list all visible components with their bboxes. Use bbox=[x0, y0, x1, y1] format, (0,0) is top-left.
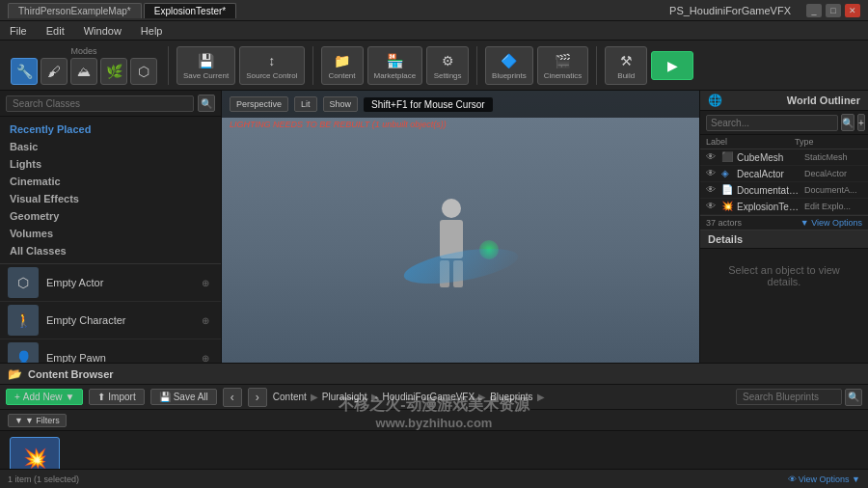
empty-pawn-label: Empty Pawn bbox=[46, 352, 190, 363]
main-layout: 🔍 Recently Placed Basic Lights Cinematic… bbox=[0, 91, 868, 363]
category-recently-placed[interactable]: Recently Placed bbox=[0, 121, 221, 138]
import-label: Import bbox=[108, 392, 135, 402]
outliner-explosion-name: ExplosionTester bbox=[737, 202, 800, 212]
save-current-button[interactable]: 💾 Save Current bbox=[176, 46, 235, 85]
viewport[interactable]: Perspective Lit Show Shift+F1 for Mouse … bbox=[222, 91, 699, 363]
save-all-label: Save All bbox=[174, 392, 208, 402]
outliner-item-documentation[interactable]: 👁 📄 DocumentationA DocumentA... bbox=[700, 182, 868, 199]
category-volumes[interactable]: Volumes bbox=[0, 225, 221, 242]
place-mode-icon[interactable]: 🔧 bbox=[11, 58, 38, 85]
minimize-button[interactable]: _ bbox=[806, 4, 822, 17]
place-item-empty-character[interactable]: 🚶 Empty Character ⊕ bbox=[0, 302, 221, 339]
eye-icon-decal[interactable]: 👁 bbox=[706, 168, 718, 179]
category-lights[interactable]: Lights bbox=[0, 155, 221, 173]
outliner-col-label: Label bbox=[706, 137, 795, 147]
content-search: 🔍 bbox=[736, 389, 862, 406]
nav-back-button[interactable]: ‹ bbox=[223, 388, 242, 407]
cinematics-icon: 🎬 bbox=[552, 51, 573, 70]
close-button[interactable]: ✕ bbox=[845, 4, 860, 17]
marketplace-button[interactable]: 🏪 Marketplace bbox=[367, 46, 423, 85]
build-button[interactable]: ⚒ Build bbox=[605, 46, 647, 85]
search-classes-input[interactable] bbox=[6, 95, 194, 112]
path-sep-3: ▶ bbox=[478, 392, 486, 402]
build-icon: ⚒ bbox=[615, 51, 637, 70]
outliner-search-icon[interactable]: 🔍 bbox=[841, 114, 854, 131]
path-content[interactable]: Content bbox=[273, 392, 307, 402]
filters-button[interactable]: ▼ ▼ Filters bbox=[8, 414, 67, 427]
path-houdini[interactable]: HoudiniForGameVFX bbox=[383, 392, 475, 402]
outliner-cubemesh-type: StaticMesh bbox=[804, 152, 862, 162]
menu-file[interactable]: File bbox=[6, 25, 31, 37]
eye-icon-explosion[interactable]: 👁 bbox=[706, 201, 718, 212]
perspective-button[interactable]: Perspective bbox=[230, 96, 288, 112]
outliner-item-explosion[interactable]: 👁 💥 ExplosionTester Edit Explo... bbox=[700, 199, 868, 215]
empty-actor-icon: ⬡ bbox=[8, 267, 39, 298]
search-blueprints-icon[interactable]: 🔍 bbox=[845, 389, 862, 406]
main-toolbar: Modes 🔧 🖌 ⛰ 🌿 ⬡ 💾 Save Current ↕ Source … bbox=[0, 41, 868, 91]
category-visual-effects[interactable]: Visual Effects bbox=[0, 190, 221, 207]
path-blueprints[interactable]: Blueprints bbox=[490, 392, 532, 402]
place-item-empty-pawn[interactable]: 👤 Empty Pawn ⊕ bbox=[0, 339, 221, 363]
category-geometry[interactable]: Geometry bbox=[0, 207, 221, 225]
outliner-search-input[interactable] bbox=[706, 115, 838, 131]
category-all-classes[interactable]: All Classes bbox=[0, 242, 221, 259]
add-new-icon: + bbox=[14, 392, 20, 402]
content-item-explosion-tester[interactable]: 💥 Explosion Tester bbox=[6, 437, 64, 469]
category-basic[interactable]: Basic bbox=[0, 138, 221, 155]
eye-icon-cubemesh[interactable]: 👁 bbox=[706, 151, 718, 163]
path-pluralsight[interactable]: Pluralsight bbox=[322, 392, 367, 402]
import-button[interactable]: ⬆ Import bbox=[89, 389, 144, 405]
outliner-decal-type: DecalActor bbox=[804, 169, 862, 178]
geometry-mode-icon[interactable]: ⬡ bbox=[130, 58, 157, 85]
modes-section: Modes 🔧 🖌 ⛰ 🌿 ⬡ bbox=[11, 46, 157, 85]
tab-third-person[interactable]: ThirdPersonExampleMap* bbox=[8, 3, 142, 18]
content-button[interactable]: 📁 Content bbox=[321, 46, 364, 85]
lit-button[interactable]: Lit bbox=[294, 96, 317, 112]
search-classes-icon[interactable]: 🔍 bbox=[198, 95, 215, 112]
nav-forward-button[interactable]: › bbox=[248, 388, 267, 407]
title-bar-tabs: ThirdPersonExampleMap* ExplosionTester* bbox=[8, 3, 236, 18]
actor-icon-cubemesh: ⬛ bbox=[721, 151, 733, 163]
category-cinematic[interactable]: Cinematic bbox=[0, 173, 221, 190]
cb-view-options-button[interactable]: 👁 View Options ▼ bbox=[788, 474, 860, 484]
cinematics-label: Cinematics bbox=[544, 71, 583, 80]
eye-icon-doc[interactable]: 👁 bbox=[706, 184, 718, 196]
blueprints-button[interactable]: 🔷 Blueprints bbox=[485, 46, 533, 85]
toolbar-divider-1 bbox=[168, 46, 169, 85]
maximize-button[interactable]: □ bbox=[826, 4, 841, 17]
show-button[interactable]: Show bbox=[323, 96, 359, 112]
play-button[interactable]: ▶ bbox=[651, 51, 693, 80]
menu-window[interactable]: Window bbox=[80, 25, 125, 37]
save-all-icon: 💾 bbox=[159, 392, 171, 402]
paint-mode-icon[interactable]: 🖌 bbox=[41, 58, 68, 85]
search-blueprints-input[interactable] bbox=[736, 389, 842, 405]
toolbar-divider-3 bbox=[476, 46, 477, 85]
menu-edit[interactable]: Edit bbox=[42, 25, 68, 37]
settings-button[interactable]: ⚙ Settings bbox=[426, 46, 469, 85]
viewport-scene[interactable]: LIGHTING NEEDS TO BE REBUILT (1 unbuilt … bbox=[222, 91, 699, 363]
empty-pawn-icon: 👤 bbox=[8, 342, 39, 363]
outliner-add-icon[interactable]: + bbox=[857, 114, 865, 131]
actor-icon-explosion: 💥 bbox=[721, 201, 733, 212]
menu-help[interactable]: Help bbox=[137, 25, 167, 37]
empty-actor-add-icon: ⊕ bbox=[198, 275, 213, 290]
outliner-view-options[interactable]: ▼ View Options bbox=[800, 218, 862, 228]
place-item-empty-actor[interactable]: ⬡ Empty Actor ⊕ bbox=[0, 264, 221, 302]
modes-icons: 🔧 🖌 ⛰ 🌿 ⬡ bbox=[11, 58, 157, 85]
save-current-icon: 💾 bbox=[196, 51, 217, 70]
status-count: 1 item (1 selected) bbox=[8, 474, 79, 484]
foliage-mode-icon[interactable]: 🌿 bbox=[100, 58, 127, 85]
add-new-button[interactable]: + Add New ▼ bbox=[6, 389, 83, 405]
save-all-button[interactable]: 💾 Save All bbox=[150, 389, 217, 405]
cinematics-button[interactable]: 🎬 Cinematics bbox=[537, 46, 589, 85]
source-control-button[interactable]: ↕ Source Control bbox=[239, 46, 304, 85]
world-outliner-header: 🌐 World Outliner bbox=[700, 91, 868, 111]
tab-explosion-tester[interactable]: ExplosionTester* bbox=[144, 3, 236, 18]
outliner-item-cubemesh[interactable]: 👁 ⬛ CubeMesh StaticMesh bbox=[700, 149, 868, 166]
path-sep-1: ▶ bbox=[311, 392, 318, 402]
toolbar-divider-4 bbox=[596, 46, 597, 85]
landscape-mode-icon[interactable]: ⛰ bbox=[70, 58, 97, 85]
outliner-item-decal[interactable]: 👁 ◈ DecalActor DecalActor bbox=[700, 166, 868, 182]
outliner-doc-name: DocumentationA bbox=[737, 185, 800, 196]
category-list: Recently Placed Basic Lights Cinematic V… bbox=[0, 117, 221, 264]
